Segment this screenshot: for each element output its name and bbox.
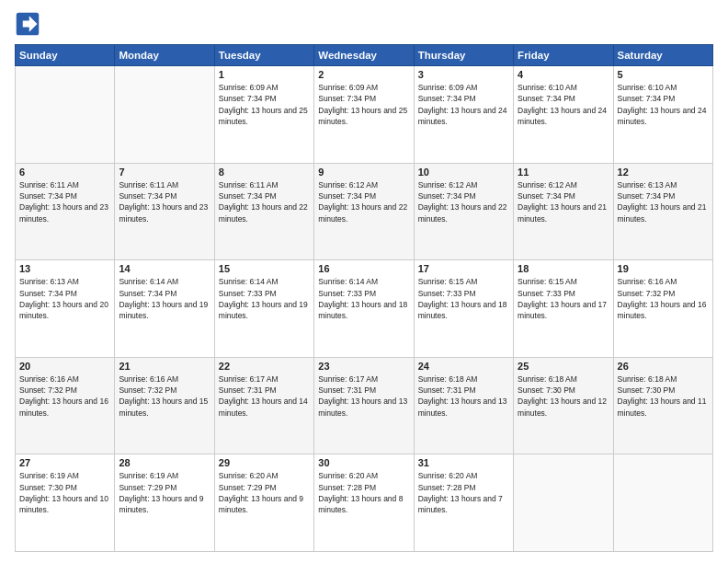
day-info: Sunrise: 6:11 AMSunset: 7:34 PMDaylight:… bbox=[219, 179, 310, 224]
calendar-cell: 16Sunrise: 6:14 AMSunset: 7:33 PMDayligh… bbox=[314, 260, 414, 358]
day-info: Sunrise: 6:12 AMSunset: 7:34 PMDaylight:… bbox=[518, 179, 609, 224]
calendar-cell: 14Sunrise: 6:14 AMSunset: 7:34 PMDayligh… bbox=[115, 260, 214, 358]
day-number: 20 bbox=[19, 361, 110, 372]
day-number: 26 bbox=[618, 361, 709, 372]
day-number: 14 bbox=[119, 263, 210, 274]
calendar-cell: 5Sunrise: 6:10 AMSunset: 7:34 PMDaylight… bbox=[613, 66, 712, 164]
calendar-cell: 27Sunrise: 6:19 AMSunset: 7:30 PMDayligh… bbox=[16, 454, 115, 552]
calendar-cell: 30Sunrise: 6:20 AMSunset: 7:28 PMDayligh… bbox=[314, 454, 414, 552]
calendar-week-row: 6Sunrise: 6:11 AMSunset: 7:34 PMDaylight… bbox=[16, 163, 713, 260]
calendar-cell bbox=[514, 454, 613, 552]
day-info: Sunrise: 6:18 AMSunset: 7:30 PMDaylight:… bbox=[518, 373, 609, 419]
day-info: Sunrise: 6:09 AMSunset: 7:34 PMDaylight:… bbox=[219, 82, 310, 127]
day-number: 7 bbox=[119, 167, 210, 178]
calendar-cell: 4Sunrise: 6:10 AMSunset: 7:34 PMDaylight… bbox=[514, 66, 613, 164]
calendar-cell: 31Sunrise: 6:20 AMSunset: 7:28 PMDayligh… bbox=[414, 454, 513, 552]
day-number: 8 bbox=[219, 167, 310, 178]
calendar-cell: 8Sunrise: 6:11 AMSunset: 7:34 PMDaylight… bbox=[214, 163, 313, 260]
calendar-cell: 6Sunrise: 6:11 AMSunset: 7:34 PMDaylight… bbox=[16, 163, 115, 260]
calendar-week-row: 13Sunrise: 6:13 AMSunset: 7:34 PMDayligh… bbox=[16, 260, 713, 358]
calendar-cell: 23Sunrise: 6:17 AMSunset: 7:31 PMDayligh… bbox=[314, 357, 414, 454]
day-number: 19 bbox=[618, 263, 709, 274]
day-number: 29 bbox=[219, 457, 310, 468]
day-info: Sunrise: 6:14 AMSunset: 7:34 PMDaylight:… bbox=[119, 276, 210, 321]
calendar-cell: 26Sunrise: 6:18 AMSunset: 7:30 PMDayligh… bbox=[613, 357, 712, 454]
calendar-week-row: 27Sunrise: 6:19 AMSunset: 7:30 PMDayligh… bbox=[16, 454, 713, 552]
calendar-cell: 3Sunrise: 6:09 AMSunset: 7:34 PMDaylight… bbox=[414, 66, 513, 164]
day-number: 15 bbox=[219, 263, 310, 274]
day-info: Sunrise: 6:15 AMSunset: 7:33 PMDaylight:… bbox=[418, 276, 509, 321]
day-info: Sunrise: 6:14 AMSunset: 7:33 PMDaylight:… bbox=[318, 276, 409, 321]
calendar-page: SundayMondayTuesdayWednesdayThursdayFrid… bbox=[0, 0, 728, 563]
day-info: Sunrise: 6:16 AMSunset: 7:32 PMDaylight:… bbox=[618, 276, 709, 321]
calendar-cell: 11Sunrise: 6:12 AMSunset: 7:34 PMDayligh… bbox=[514, 163, 613, 260]
weekday-header-monday: Monday bbox=[115, 45, 214, 66]
day-info: Sunrise: 6:18 AMSunset: 7:31 PMDaylight:… bbox=[418, 373, 509, 419]
day-number: 5 bbox=[618, 69, 709, 80]
day-info: Sunrise: 6:12 AMSunset: 7:34 PMDaylight:… bbox=[318, 179, 409, 224]
calendar-cell: 1Sunrise: 6:09 AMSunset: 7:34 PMDaylight… bbox=[214, 66, 313, 164]
day-info: Sunrise: 6:15 AMSunset: 7:33 PMDaylight:… bbox=[518, 276, 609, 321]
weekday-header-wednesday: Wednesday bbox=[314, 45, 414, 66]
calendar-cell: 20Sunrise: 6:16 AMSunset: 7:32 PMDayligh… bbox=[16, 357, 115, 454]
day-info: Sunrise: 6:10 AMSunset: 7:34 PMDaylight:… bbox=[518, 82, 609, 127]
day-info: Sunrise: 6:14 AMSunset: 7:33 PMDaylight:… bbox=[219, 276, 310, 321]
day-info: Sunrise: 6:12 AMSunset: 7:34 PMDaylight:… bbox=[418, 179, 509, 224]
day-number: 24 bbox=[418, 361, 509, 372]
calendar-cell: 2Sunrise: 6:09 AMSunset: 7:34 PMDaylight… bbox=[314, 66, 414, 164]
day-info: Sunrise: 6:09 AMSunset: 7:34 PMDaylight:… bbox=[418, 82, 509, 127]
calendar-cell: 15Sunrise: 6:14 AMSunset: 7:33 PMDayligh… bbox=[214, 260, 313, 358]
day-number: 12 bbox=[618, 167, 709, 178]
calendar-cell: 7Sunrise: 6:11 AMSunset: 7:34 PMDaylight… bbox=[115, 163, 214, 260]
weekday-header-tuesday: Tuesday bbox=[214, 45, 313, 66]
day-info: Sunrise: 6:19 AMSunset: 7:30 PMDaylight:… bbox=[19, 470, 110, 515]
calendar-cell: 21Sunrise: 6:16 AMSunset: 7:32 PMDayligh… bbox=[115, 357, 214, 454]
day-number: 18 bbox=[518, 263, 609, 274]
day-number: 13 bbox=[19, 263, 110, 274]
day-number: 22 bbox=[219, 361, 310, 372]
weekday-header-row: SundayMondayTuesdayWednesdayThursdayFrid… bbox=[16, 45, 713, 66]
calendar-cell: 22Sunrise: 6:17 AMSunset: 7:31 PMDayligh… bbox=[214, 357, 313, 454]
day-number: 17 bbox=[418, 263, 509, 274]
day-number: 28 bbox=[119, 457, 210, 468]
calendar-cell bbox=[16, 66, 115, 164]
day-info: Sunrise: 6:18 AMSunset: 7:30 PMDaylight:… bbox=[618, 373, 709, 419]
calendar-table: SundayMondayTuesdayWednesdayThursdayFrid… bbox=[15, 44, 713, 552]
calendar-cell: 29Sunrise: 6:20 AMSunset: 7:29 PMDayligh… bbox=[214, 454, 313, 552]
day-number: 11 bbox=[518, 167, 609, 178]
weekday-header-thursday: Thursday bbox=[414, 45, 513, 66]
day-number: 6 bbox=[19, 167, 110, 178]
calendar-cell: 25Sunrise: 6:18 AMSunset: 7:30 PMDayligh… bbox=[514, 357, 613, 454]
day-info: Sunrise: 6:17 AMSunset: 7:31 PMDaylight:… bbox=[219, 373, 310, 419]
day-number: 31 bbox=[418, 457, 509, 468]
calendar-cell: 19Sunrise: 6:16 AMSunset: 7:32 PMDayligh… bbox=[613, 260, 712, 358]
day-info: Sunrise: 6:16 AMSunset: 7:32 PMDaylight:… bbox=[19, 373, 110, 419]
calendar-cell: 10Sunrise: 6:12 AMSunset: 7:34 PMDayligh… bbox=[414, 163, 513, 260]
calendar-cell: 18Sunrise: 6:15 AMSunset: 7:33 PMDayligh… bbox=[514, 260, 613, 358]
calendar-week-row: 1Sunrise: 6:09 AMSunset: 7:34 PMDaylight… bbox=[16, 66, 713, 164]
day-info: Sunrise: 6:10 AMSunset: 7:34 PMDaylight:… bbox=[618, 82, 709, 127]
day-number: 3 bbox=[418, 69, 509, 80]
day-info: Sunrise: 6:19 AMSunset: 7:29 PMDaylight:… bbox=[119, 470, 210, 515]
day-number: 23 bbox=[318, 361, 409, 372]
calendar-cell: 17Sunrise: 6:15 AMSunset: 7:33 PMDayligh… bbox=[414, 260, 513, 358]
day-info: Sunrise: 6:16 AMSunset: 7:32 PMDaylight:… bbox=[119, 373, 210, 419]
header bbox=[15, 11, 713, 37]
day-info: Sunrise: 6:20 AMSunset: 7:28 PMDaylight:… bbox=[318, 470, 409, 515]
logo-icon bbox=[15, 11, 40, 37]
calendar-cell: 28Sunrise: 6:19 AMSunset: 7:29 PMDayligh… bbox=[115, 454, 214, 552]
day-info: Sunrise: 6:09 AMSunset: 7:34 PMDaylight:… bbox=[318, 82, 409, 127]
day-number: 21 bbox=[119, 361, 210, 372]
day-info: Sunrise: 6:20 AMSunset: 7:29 PMDaylight:… bbox=[219, 470, 310, 515]
calendar-week-row: 20Sunrise: 6:16 AMSunset: 7:32 PMDayligh… bbox=[16, 357, 713, 454]
weekday-header-saturday: Saturday bbox=[613, 45, 712, 66]
calendar-cell: 9Sunrise: 6:12 AMSunset: 7:34 PMDaylight… bbox=[314, 163, 414, 260]
weekday-header-sunday: Sunday bbox=[16, 45, 115, 66]
day-info: Sunrise: 6:20 AMSunset: 7:28 PMDaylight:… bbox=[418, 470, 509, 515]
day-number: 30 bbox=[318, 457, 409, 468]
day-info: Sunrise: 6:17 AMSunset: 7:31 PMDaylight:… bbox=[318, 373, 409, 419]
day-info: Sunrise: 6:13 AMSunset: 7:34 PMDaylight:… bbox=[19, 276, 110, 321]
day-number: 9 bbox=[318, 167, 409, 178]
day-number: 25 bbox=[518, 361, 609, 372]
day-number: 10 bbox=[418, 167, 509, 178]
